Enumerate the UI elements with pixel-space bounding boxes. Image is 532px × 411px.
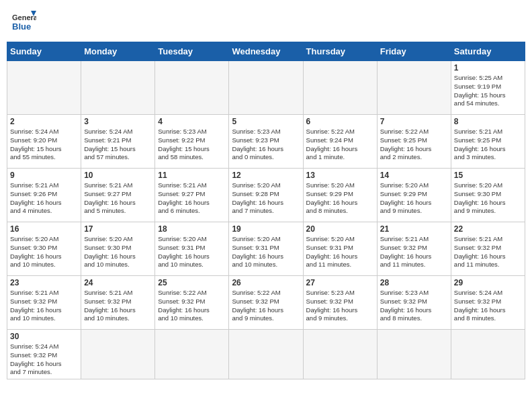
svg-text:General: General <box>12 13 36 21</box>
calendar-day-cell: 21Sunrise: 5:21 AM Sunset: 9:32 PM Dayli… <box>377 222 451 276</box>
day-info: Sunrise: 5:20 AM Sunset: 9:30 PM Dayligh… <box>10 235 78 269</box>
day-number: 9 <box>10 171 78 180</box>
day-number: 11 <box>158 171 226 180</box>
calendar-day-cell: 16Sunrise: 5:20 AM Sunset: 9:30 PM Dayli… <box>7 222 81 276</box>
calendar-day-cell: 19Sunrise: 5:20 AM Sunset: 9:31 PM Dayli… <box>229 222 303 276</box>
calendar-day-cell: 27Sunrise: 5:23 AM Sunset: 9:32 PM Dayli… <box>303 276 377 330</box>
day-info: Sunrise: 5:24 AM Sunset: 9:21 PM Dayligh… <box>84 128 152 162</box>
calendar-day-cell: 9Sunrise: 5:21 AM Sunset: 9:26 PM Daylig… <box>7 169 81 222</box>
calendar-day-cell: 3Sunrise: 5:24 AM Sunset: 9:21 PM Daylig… <box>81 115 155 169</box>
calendar-day-cell: 23Sunrise: 5:21 AM Sunset: 9:32 PM Dayli… <box>7 276 81 330</box>
day-info: Sunrise: 5:21 AM Sunset: 9:32 PM Dayligh… <box>84 289 152 323</box>
calendar-week-row: 16Sunrise: 5:20 AM Sunset: 9:30 PM Dayli… <box>7 222 525 276</box>
calendar-day-cell: 17Sunrise: 5:20 AM Sunset: 9:30 PM Dayli… <box>81 222 155 276</box>
day-info: Sunrise: 5:21 AM Sunset: 9:32 PM Dayligh… <box>10 289 78 323</box>
day-info: Sunrise: 5:24 AM Sunset: 9:32 PM Dayligh… <box>10 342 78 377</box>
calendar-week-row: 2Sunrise: 5:24 AM Sunset: 9:20 PM Daylig… <box>7 115 525 169</box>
day-info: Sunrise: 5:24 AM Sunset: 9:32 PM Dayligh… <box>454 289 522 323</box>
day-info: Sunrise: 5:20 AM Sunset: 9:30 PM Dayligh… <box>84 235 152 269</box>
day-of-week-header: Friday <box>377 42 451 61</box>
calendar-week-row: 23Sunrise: 5:21 AM Sunset: 9:32 PM Dayli… <box>7 276 525 330</box>
day-of-week-header: Thursday <box>303 42 377 61</box>
day-number: 7 <box>380 117 448 126</box>
calendar-day-cell: 25Sunrise: 5:22 AM Sunset: 9:32 PM Dayli… <box>155 276 229 330</box>
calendar-day-cell <box>155 61 229 115</box>
day-number: 23 <box>10 278 78 287</box>
day-number: 21 <box>380 224 448 234</box>
calendar-day-cell <box>7 61 81 115</box>
day-number: 20 <box>306 224 374 234</box>
calendar-week-row: 30Sunrise: 5:24 AM Sunset: 9:32 PM Dayli… <box>7 330 525 379</box>
calendar-day-cell: 2Sunrise: 5:24 AM Sunset: 9:20 PM Daylig… <box>7 115 81 169</box>
day-number: 1 <box>454 63 522 73</box>
day-info: Sunrise: 5:20 AM Sunset: 9:28 PM Dayligh… <box>232 181 300 216</box>
calendar-day-cell: 6Sunrise: 5:22 AM Sunset: 9:24 PM Daylig… <box>303 115 377 169</box>
day-info: Sunrise: 5:21 AM Sunset: 9:27 PM Dayligh… <box>158 181 226 216</box>
day-number: 28 <box>380 278 448 287</box>
day-info: Sunrise: 5:22 AM Sunset: 9:32 PM Dayligh… <box>158 289 226 323</box>
day-info: Sunrise: 5:21 AM Sunset: 9:32 PM Dayligh… <box>454 235 522 269</box>
calendar-day-cell: 30Sunrise: 5:24 AM Sunset: 9:32 PM Dayli… <box>7 330 81 379</box>
calendar-day-cell: 1Sunrise: 5:25 AM Sunset: 9:19 PM Daylig… <box>451 61 525 115</box>
calendar-day-cell <box>303 330 377 379</box>
day-info: Sunrise: 5:22 AM Sunset: 9:32 PM Dayligh… <box>232 289 300 323</box>
calendar-day-cell: 8Sunrise: 5:21 AM Sunset: 9:25 PM Daylig… <box>451 115 525 169</box>
calendar-day-cell: 10Sunrise: 5:21 AM Sunset: 9:27 PM Dayli… <box>81 169 155 222</box>
calendar-day-cell <box>229 61 303 115</box>
day-number: 15 <box>454 171 522 180</box>
day-number: 27 <box>306 278 374 287</box>
day-number: 6 <box>306 117 374 126</box>
day-number: 8 <box>454 117 522 126</box>
day-info: Sunrise: 5:23 AM Sunset: 9:22 PM Dayligh… <box>158 128 226 162</box>
calendar-day-cell: 4Sunrise: 5:23 AM Sunset: 9:22 PM Daylig… <box>155 115 229 169</box>
day-of-week-header: Tuesday <box>155 42 229 61</box>
logo: General Blue <box>12 9 36 34</box>
calendar-header-row: SundayMondayTuesdayWednesdayThursdayFrid… <box>7 42 525 61</box>
calendar-day-cell: 7Sunrise: 5:22 AM Sunset: 9:25 PM Daylig… <box>377 115 451 169</box>
day-number: 14 <box>380 171 448 180</box>
calendar-week-row: 1Sunrise: 5:25 AM Sunset: 9:19 PM Daylig… <box>7 61 525 115</box>
day-number: 19 <box>232 224 300 234</box>
day-info: Sunrise: 5:20 AM Sunset: 9:29 PM Dayligh… <box>306 181 374 216</box>
day-of-week-header: Sunday <box>7 42 81 61</box>
day-number: 29 <box>454 278 522 287</box>
calendar-day-cell <box>81 330 155 379</box>
calendar-table: SundayMondayTuesdayWednesdayThursdayFrid… <box>7 42 525 379</box>
day-number: 3 <box>84 117 152 126</box>
day-info: Sunrise: 5:21 AM Sunset: 9:27 PM Dayligh… <box>84 181 152 216</box>
calendar-day-cell: 29Sunrise: 5:24 AM Sunset: 9:32 PM Dayli… <box>451 276 525 330</box>
calendar-day-cell: 14Sunrise: 5:20 AM Sunset: 9:29 PM Dayli… <box>377 169 451 222</box>
calendar-day-cell <box>155 330 229 379</box>
day-number: 12 <box>232 171 300 180</box>
day-number: 16 <box>10 224 78 234</box>
day-number: 24 <box>84 278 152 287</box>
day-info: Sunrise: 5:20 AM Sunset: 9:31 PM Dayligh… <box>232 235 300 269</box>
day-info: Sunrise: 5:24 AM Sunset: 9:20 PM Dayligh… <box>10 128 78 162</box>
calendar-day-cell: 26Sunrise: 5:22 AM Sunset: 9:32 PM Dayli… <box>229 276 303 330</box>
day-info: Sunrise: 5:25 AM Sunset: 9:19 PM Dayligh… <box>454 74 522 108</box>
day-number: 25 <box>158 278 226 287</box>
day-number: 4 <box>158 117 226 126</box>
day-of-week-header: Saturday <box>451 42 525 61</box>
day-info: Sunrise: 5:23 AM Sunset: 9:32 PM Dayligh… <box>306 289 374 323</box>
calendar-day-cell: 13Sunrise: 5:20 AM Sunset: 9:29 PM Dayli… <box>303 169 377 222</box>
calendar-day-cell: 12Sunrise: 5:20 AM Sunset: 9:28 PM Dayli… <box>229 169 303 222</box>
day-info: Sunrise: 5:20 AM Sunset: 9:31 PM Dayligh… <box>306 235 374 269</box>
calendar-day-cell <box>451 330 525 379</box>
calendar-week-row: 9Sunrise: 5:21 AM Sunset: 9:26 PM Daylig… <box>7 169 525 222</box>
day-number: 5 <box>232 117 300 126</box>
day-info: Sunrise: 5:20 AM Sunset: 9:30 PM Dayligh… <box>454 181 522 216</box>
svg-text:Blue: Blue <box>12 21 31 32</box>
calendar-day-cell: 20Sunrise: 5:20 AM Sunset: 9:31 PM Dayli… <box>303 222 377 276</box>
calendar-day-cell <box>377 330 451 379</box>
calendar-day-cell <box>81 61 155 115</box>
day-of-week-header: Monday <box>81 42 155 61</box>
calendar-day-cell <box>377 61 451 115</box>
day-info: Sunrise: 5:22 AM Sunset: 9:25 PM Dayligh… <box>380 128 448 162</box>
calendar-day-cell: 18Sunrise: 5:20 AM Sunset: 9:31 PM Dayli… <box>155 222 229 276</box>
day-of-week-header: Wednesday <box>229 42 303 61</box>
calendar-day-cell: 15Sunrise: 5:20 AM Sunset: 9:30 PM Dayli… <box>451 169 525 222</box>
page-header: General Blue <box>7 7 525 36</box>
day-number: 2 <box>10 117 78 126</box>
day-number: 26 <box>232 278 300 287</box>
